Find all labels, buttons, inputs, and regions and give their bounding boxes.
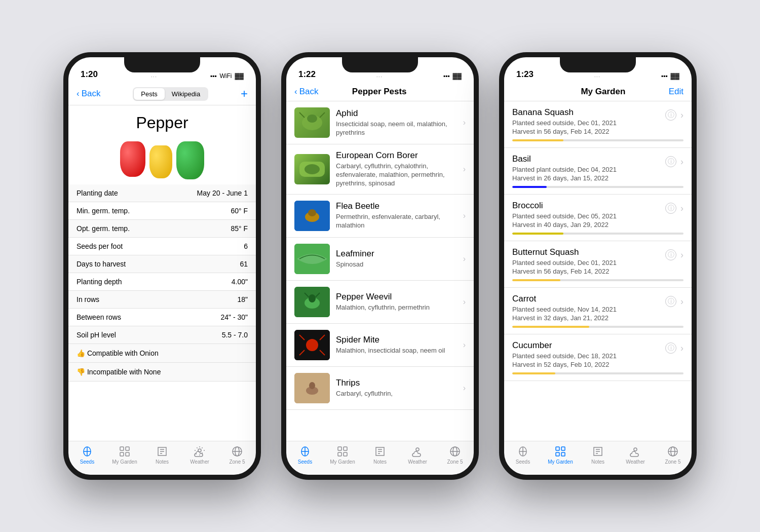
chevron-right-garden-2: › xyxy=(680,203,683,214)
wikipedia-tab-1[interactable]: Wikipedia xyxy=(165,88,207,100)
svg-rect-32 xyxy=(344,447,347,450)
tab-bar-2: Seeds My Garden Notes xyxy=(286,441,474,475)
tab-weather-1[interactable]: Weather xyxy=(181,445,218,465)
list-item[interactable]: Cucumber Planted seed outside, Dec 18, 2… xyxy=(504,334,692,381)
list-item[interactable]: Butternut Squash Planted seed outside, D… xyxy=(504,241,692,288)
list-item[interactable]: Thrips Carbaryl, cyfluthrin, › xyxy=(286,367,474,410)
wifi-icon-3: ▪▪▪ xyxy=(661,72,668,80)
tab-garden-1[interactable]: My Garden xyxy=(106,445,143,465)
tab-notes-1[interactable]: Notes xyxy=(143,445,181,465)
tab-label-seeds-2: Seeds xyxy=(298,459,312,465)
progress-5 xyxy=(512,372,683,374)
svg-point-23 xyxy=(306,339,318,351)
tab-zone-2[interactable]: Zone 5 xyxy=(436,445,474,465)
weather-icon-3 xyxy=(629,445,641,458)
pest-thrips-info: Thrips Carbaryl, cyfluthrin, xyxy=(336,378,457,398)
tab-seeds-1[interactable]: Seeds xyxy=(68,445,106,465)
info-value-1: 60° F xyxy=(231,207,248,215)
info-button-5[interactable]: ⓘ xyxy=(665,343,676,354)
tab-label-weather-3: Weather xyxy=(626,459,645,465)
tab-weather-3[interactable]: Weather xyxy=(617,445,654,465)
nav-title-3: My Garden xyxy=(581,87,625,97)
chevron-right-icon-5: › xyxy=(463,340,466,350)
garden-item-sub-0: Planted seed outside, Dec 01, 2021 xyxy=(512,119,665,127)
garden-item-sub-2: Planted seed outside, Dec 05, 2021 xyxy=(512,212,665,220)
info-value-8: 5.5 - 7.0 xyxy=(222,331,248,339)
tab-weather-2[interactable]: Weather xyxy=(399,445,436,465)
garden-item-harvest-1: Harvest in 26 days, Jan 15, 2022 xyxy=(512,174,665,182)
info-row-2: Opt. germ. temp. 85° F xyxy=(68,220,256,238)
list-item[interactable]: Pepper Weevil Malathion, cyfluthrin, per… xyxy=(286,281,474,324)
back-button-2[interactable]: ‹ Back xyxy=(294,87,318,97)
info-label-0: Planting date xyxy=(77,189,118,197)
tab-notes-3[interactable]: Notes xyxy=(579,445,617,465)
list-item[interactable]: Flea Beetle Permethrin, esfenvalerate, c… xyxy=(286,195,474,238)
garden-item-harvest-2: Harvest in 40 days, Jan 29, 2022 xyxy=(512,221,665,229)
svg-point-12 xyxy=(305,164,320,174)
tab-zone-3[interactable]: Zone 5 xyxy=(654,445,692,465)
list-item[interactable]: Aphid Insecticidal soap, neem oil, malat… xyxy=(286,101,474,144)
garden-item-sub-3: Planted seed outside, Dec 01, 2021 xyxy=(512,259,665,267)
garden-item-header-5: Cucumber Planted seed outside, Dec 18, 2… xyxy=(512,340,683,368)
progress-fill-3 xyxy=(512,279,560,281)
pest-flea-beetle-img xyxy=(294,201,330,231)
progress-bg-3 xyxy=(512,279,683,281)
progress-bg-4 xyxy=(512,326,683,328)
info-button-3[interactable]: ⓘ xyxy=(665,249,676,260)
list-item[interactable]: Leafminer Spinosad › xyxy=(286,238,474,281)
phone-3: 1:23 ··· ▪▪▪ ▓▓ My Garden Edit xyxy=(499,52,697,480)
list-item[interactable]: Banana Squash Planted seed outside, Dec … xyxy=(504,101,692,148)
garden-item-info-0: Banana Squash Planted seed outside, Dec … xyxy=(512,107,665,135)
info-button-2[interactable]: ⓘ xyxy=(665,203,676,214)
garden-item-info-5: Cucumber Planted seed outside, Dec 18, 2… xyxy=(512,340,665,368)
tab-bar-1: Seeds My Garden Notes xyxy=(68,441,256,475)
pests-tab-1[interactable]: Pests xyxy=(134,88,165,100)
progress-fill-5 xyxy=(512,372,555,374)
garden-item-info-4: Carrot Planted seed outside, Nov 14, 202… xyxy=(512,294,665,322)
svg-point-15 xyxy=(308,209,316,216)
tab-bar-3: Seeds My Garden Notes xyxy=(504,441,692,475)
pest-corn-borer-name: European Corn Borer xyxy=(336,150,457,161)
info-button-1[interactable]: ⓘ xyxy=(665,156,676,167)
edit-button-3[interactable]: Edit xyxy=(669,87,683,97)
chevron-right-icon-1: › xyxy=(463,165,466,174)
tab-garden-2[interactable]: My Garden xyxy=(324,445,361,465)
garden-icon-2 xyxy=(336,445,349,458)
seeds-icon-2 xyxy=(299,445,311,458)
svg-point-8 xyxy=(307,115,317,123)
content-2: Aphid Insecticidal soap, neem oil, malat… xyxy=(286,101,474,441)
pest-weevil-name: Pepper Weevil xyxy=(336,292,457,302)
svg-rect-0 xyxy=(120,447,124,450)
garden-item-info-1: Basil Planted plant outside, Dec 04, 202… xyxy=(512,154,665,182)
tab-seeds-3[interactable]: Seeds xyxy=(504,445,542,465)
info-button-4[interactable]: ⓘ xyxy=(665,296,676,307)
list-item[interactable]: Carrot Planted seed outside, Nov 14, 202… xyxy=(504,288,692,334)
tab-label-seeds-3: Seeds xyxy=(516,459,530,465)
add-button-1[interactable]: + xyxy=(241,87,248,101)
info-label-4: Days to harvest xyxy=(77,260,126,268)
info-value-2: 85° F xyxy=(231,224,248,233)
tab-seeds-2[interactable]: Seeds xyxy=(286,445,324,465)
tab-zone-1[interactable]: Zone 5 xyxy=(218,445,256,465)
back-button-1[interactable]: ‹ Back xyxy=(77,89,100,99)
info-row-4: Days to harvest 61 xyxy=(68,255,256,273)
pest-corn-borer-info: European Corn Borer Carbaryl, cyfluthrin… xyxy=(336,150,457,188)
tab-notes-2[interactable]: Notes xyxy=(361,445,399,465)
list-item[interactable]: Spider Mite Malathion, insecticidal soap… xyxy=(286,324,474,367)
progress-2 xyxy=(512,233,683,235)
list-item[interactable]: European Corn Borer Carbaryl, cyfluthrin… xyxy=(286,144,474,195)
tab-label-garden-3: My Garden xyxy=(548,459,573,465)
list-item[interactable]: Basil Planted plant outside, Dec 04, 202… xyxy=(504,148,692,195)
wifi-icon-2: ▪▪▪ xyxy=(443,72,450,80)
tab-garden-3[interactable]: My Garden xyxy=(542,445,579,465)
zone-icon-3 xyxy=(667,445,679,458)
info-button-0[interactable]: ⓘ xyxy=(665,109,676,121)
list-item[interactable]: Broccoli Planted seed outside, Dec 05, 2… xyxy=(504,195,692,241)
nav-title-2: Pepper Pests xyxy=(352,87,407,97)
info-label-7: Between rows xyxy=(77,313,121,321)
pest-spider-mite-name: Spider Mite xyxy=(336,335,457,345)
wifi-icon-1: ▪▪▪ xyxy=(210,72,217,80)
svg-line-9 xyxy=(299,112,305,118)
back-label-1: Back xyxy=(82,89,101,99)
tab-label-zone-1: Zone 5 xyxy=(229,459,245,465)
